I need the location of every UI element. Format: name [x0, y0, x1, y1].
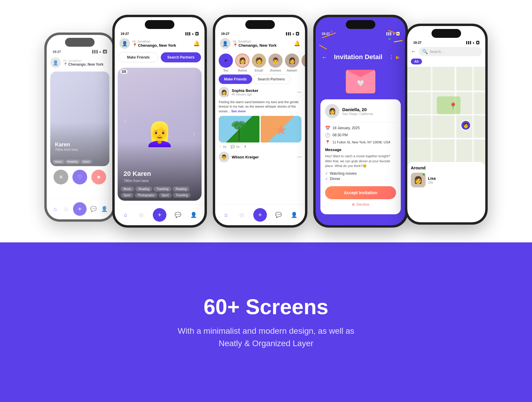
- circle-aurora-avatar[interactable]: 👩: [235, 54, 249, 68]
- subtitle-line1: With a minimalist and modern design, as …: [178, 325, 354, 337]
- nav-chat-2[interactable]: 💬: [274, 211, 283, 219]
- phone-2-header: 👤 Hi, Jonathan 📍 Chenango, New York 🔔: [215, 37, 305, 51]
- search-bar[interactable]: 🔍 Search...: [419, 47, 482, 56]
- make-friends-btn[interactable]: Make Friends: [118, 52, 158, 62]
- profile-info: Karen 790m from here: [55, 142, 78, 151]
- around-user: 👩 Lisa 16k: [411, 173, 482, 187]
- inv-address: 11 Fulton St, New York, NY 10038, USA: [332, 140, 390, 144]
- inv-time: 08:30 PM: [332, 133, 348, 137]
- decline-icon: ⊗: [352, 202, 355, 207]
- arrow-left: ↑: [124, 118, 126, 124]
- phone-1-header: 👤 Hi, Jonathan 📍 Chenango, New York 🔔: [115, 37, 205, 51]
- bell-icon-1[interactable]: 🔔: [193, 40, 200, 46]
- dot-1: [330, 30, 333, 33]
- super-like-btn[interactable]: ★: [91, 170, 106, 184]
- search-icon-4: 🔍: [422, 49, 428, 54]
- tag: Music: [53, 160, 64, 164]
- dynamic-island: [65, 38, 95, 47]
- accept-btn[interactable]: Accept Invitation: [325, 186, 396, 199]
- nav-chat[interactable]: 💬: [89, 205, 98, 213]
- post-1-time: 45 minutes ago: [232, 93, 295, 96]
- see-more[interactable]: See more: [231, 109, 246, 113]
- inv-address-row: 📍 11 Fulton St, New York, NY 10038, USA: [325, 140, 396, 145]
- phone-2-screen: 19:27 ▐▐▐ ▲ ■ 👤 Hi, Jonathan 📍 Chenango,…: [215, 17, 305, 225]
- around-label: Around: [411, 166, 482, 170]
- around-avatar-container: 👩: [411, 173, 426, 187]
- share-action[interactable]: ⬆: [244, 145, 246, 149]
- card-front: 👱‍♀️ 1/3 20 Karen 790m from here Music R…: [118, 68, 202, 201]
- filter-row: All: [407, 59, 485, 67]
- comments-count: 99: [236, 145, 239, 149]
- nav-compass[interactable]: ◎: [62, 205, 70, 213]
- phone-2: 19:27 ▐▐▐ ▲ ■ 👤 Hi, Jonathan 📍 Chenango,…: [213, 15, 307, 228]
- play-icon[interactable]: ▶: [396, 54, 400, 60]
- decline-btn[interactable]: ⊗ Decline: [325, 199, 396, 210]
- check-item-2: ✓ Dinner: [325, 177, 396, 181]
- inv-date-row: 📅 18 January, 2025: [325, 126, 396, 130]
- post-2-more[interactable]: •••: [297, 155, 301, 159]
- user-circles: + You 👩 Aurora 🧑 Ericarl 👨 Jhonnes 👩: [215, 51, 305, 74]
- nav-home[interactable]: ⌂: [51, 205, 59, 213]
- map-header: ← 🔍 Search...: [407, 46, 485, 59]
- around-user-name: Lisa: [428, 176, 436, 181]
- nav-home-2[interactable]: ⌂: [222, 211, 230, 219]
- nav-add-1[interactable]: +: [153, 208, 166, 222]
- far-left-content: 👤 Hi, Jonathan 📍Chenango, New York Karen…: [47, 55, 113, 187]
- time-2: 19:27: [221, 32, 229, 35]
- inv-message-title: Message: [325, 147, 396, 152]
- phone-4: 19:27 ▐▐▐ ▲ ■ ← 🔍 Search... All: [405, 24, 488, 225]
- nav-add-2[interactable]: +: [253, 208, 267, 222]
- signal-3: ▐▐▐: [386, 32, 391, 35]
- card-info: 20 Karen 790m from here: [124, 170, 151, 183]
- search-placeholder: Search...: [430, 50, 444, 54]
- map-user-pin[interactable]: 👩: [460, 120, 471, 131]
- counter-front: 1/3: [120, 69, 128, 74]
- nav-compass-1[interactable]: ◎: [137, 211, 145, 219]
- nav-profile-1[interactable]: 👤: [189, 211, 198, 219]
- circle-awkarin-avatar[interactable]: 👩: [285, 54, 299, 68]
- header-avatar-2: 👤: [220, 38, 231, 49]
- tag-area: Music Reading Sport: [53, 160, 107, 164]
- tag-traveling1: Traveling: [153, 187, 171, 192]
- nav-compass-2[interactable]: ◎: [238, 211, 246, 219]
- nav-profile-2[interactable]: 👤: [290, 211, 298, 219]
- circle-d-avatar[interactable]: 👤: [301, 54, 305, 68]
- post-1-more[interactable]: •••: [297, 90, 301, 95]
- circle-you-avatar[interactable]: +: [219, 54, 233, 68]
- like-btn[interactable]: ♡: [72, 170, 87, 184]
- tab-search-partners[interactable]: Search Partners: [252, 74, 291, 84]
- heart-icon: ♡: [219, 145, 222, 149]
- subtitle-line2: Neatly & Organized Layer: [178, 337, 354, 350]
- phone-3: 19:27 ▐▐▐ ▲ ■ ← Invitation Detail ⋮ ▶: [313, 15, 408, 228]
- action-btns: ✕ ♡ ★: [50, 170, 109, 184]
- post-img-2: [261, 116, 301, 142]
- search-partners-btn[interactable]: Search Partners: [161, 52, 201, 62]
- around-user-dist: 16k: [428, 181, 436, 184]
- inv-user: 👩 Daniella, 20 San Diego, California: [325, 104, 396, 118]
- card-name-text: Karen: [133, 170, 151, 177]
- nav-chat-1[interactable]: 💬: [174, 211, 182, 219]
- tab-make-friends[interactable]: Make Friends: [219, 74, 252, 84]
- more-icon[interactable]: ⋮: [389, 54, 394, 60]
- dot-2: [388, 38, 391, 40]
- nav-add[interactable]: +: [73, 202, 87, 216]
- greeting-label: Hi, Jonathan: [63, 59, 103, 62]
- tag-sport2: Sport: [159, 193, 172, 198]
- back-icon-4[interactable]: ←: [411, 48, 416, 55]
- circle-ericarl-avatar[interactable]: 🧑: [252, 54, 266, 68]
- bell-icon-2[interactable]: 🔔: [294, 40, 300, 47]
- phone-1: 19:27 ▐▐▐ ▲ ■ 👤 Hi, Jonathan 📍 Chenango,…: [112, 15, 207, 228]
- back-btn[interactable]: ←: [322, 54, 327, 61]
- comments-action[interactable]: 💬 99: [231, 145, 239, 149]
- wifi-1: ▲: [192, 32, 194, 35]
- skip-btn[interactable]: ✕: [53, 170, 68, 184]
- bottom-subtitle: With a minimalist and modern design, as …: [178, 325, 354, 350]
- time-label: 19:27: [53, 50, 61, 54]
- circle-jhonnes-avatar[interactable]: 👨: [268, 54, 283, 68]
- filter-all[interactable]: All: [411, 59, 422, 64]
- location-label: 📍Chenango, New York: [63, 62, 103, 67]
- nav-home-1[interactable]: ⌂: [121, 211, 130, 219]
- starfish-icon: [272, 123, 290, 135]
- nav-profile[interactable]: 👤: [100, 205, 108, 213]
- likes-action[interactable]: ♡ 99: [219, 145, 226, 149]
